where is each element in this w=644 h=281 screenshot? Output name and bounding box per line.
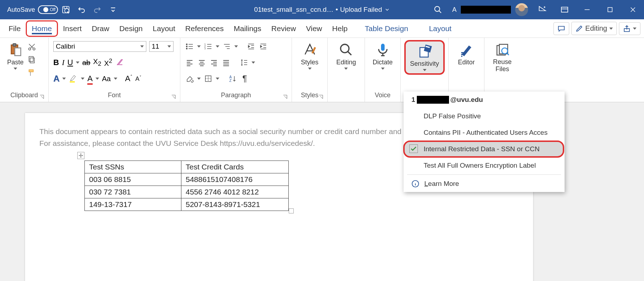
upload-status[interactable]: Upload Failed — [340, 6, 390, 14]
text-effects-button[interactable]: A — [53, 74, 59, 84]
highlight-button[interactable] — [69, 74, 78, 83]
align-right-icon[interactable] — [209, 58, 219, 67]
font-size-select[interactable]: 11 — [149, 41, 174, 52]
svg-rect-3 — [608, 8, 612, 12]
save-icon[interactable] — [61, 5, 71, 15]
tab-mailings[interactable]: Mailings — [229, 21, 266, 36]
format-painter-icon[interactable] — [27, 68, 36, 77]
table-move-handle-icon[interactable] — [77, 152, 84, 159]
paragraph-launcher-icon[interactable] — [282, 94, 288, 100]
tab-references[interactable]: References — [180, 21, 229, 36]
clipboard-launcher-icon[interactable] — [39, 94, 45, 100]
table-header[interactable]: Test Credit Cards — [181, 161, 289, 173]
svg-point-14 — [186, 46, 187, 47]
table-row: 030 72 73814556 2746 4012 8212 — [85, 186, 289, 198]
sensitivity-option[interactable]: Contains PII - Authenticated Users Acces — [404, 124, 565, 141]
maximize-button[interactable] — [602, 3, 618, 17]
table-row: Test SSNs Test Credit Cards — [85, 161, 289, 173]
borders-icon[interactable] — [204, 74, 213, 83]
minimize-button[interactable] — [579, 3, 595, 17]
tab-layout[interactable]: Layout — [148, 21, 180, 36]
sensitivity-option[interactable]: Test All Full Owners Encryption Label — [404, 157, 565, 174]
styles-launcher-icon[interactable] — [318, 94, 324, 100]
user-account[interactable]: A — [452, 3, 528, 16]
line-spacing-icon[interactable] — [239, 58, 249, 67]
tab-review[interactable]: Review — [266, 21, 301, 36]
justify-icon[interactable] — [221, 58, 231, 67]
data-table[interactable]: Test SSNs Test Credit Cards 003 06 88155… — [84, 161, 289, 211]
tab-insert[interactable]: Insert — [58, 21, 87, 36]
strikethrough-button[interactable]: ab — [82, 59, 90, 67]
editing-group-button[interactable]: Editing — [333, 40, 360, 72]
tab-design[interactable]: Design — [114, 21, 147, 36]
reuse-files-button[interactable]: Reuse Files — [488, 40, 517, 75]
cut-icon[interactable] — [27, 42, 36, 51]
font-name-select[interactable]: Calibri — [53, 41, 146, 52]
tab-home[interactable]: Home — [26, 20, 58, 37]
redo-icon[interactable] — [92, 5, 102, 15]
user-name-redacted — [461, 6, 511, 14]
change-case-button[interactable]: Aa — [102, 75, 111, 83]
superscript-button[interactable]: X2 — [104, 58, 112, 68]
check-icon — [409, 144, 418, 153]
increase-indent-icon[interactable] — [259, 42, 268, 51]
ribbon-tabs: File Home Insert Draw Design Layout Refe… — [0, 19, 644, 38]
numbering-icon[interactable]: 123 — [204, 42, 213, 51]
sensitivity-learn-more[interactable]: Learn More — [404, 176, 565, 192]
tab-draw[interactable]: Draw — [87, 21, 114, 36]
svg-point-15 — [186, 48, 187, 49]
search-icon[interactable] — [433, 5, 443, 15]
bold-button[interactable]: B — [53, 58, 59, 67]
svg-point-22 — [341, 44, 349, 53]
svg-rect-2 — [561, 7, 568, 12]
svg-rect-0 — [63, 6, 69, 13]
tab-view[interactable]: View — [301, 21, 327, 36]
close-button[interactable] — [625, 3, 641, 17]
avatar — [515, 3, 528, 16]
autosave-toggle[interactable]: AutoSave Off — [7, 5, 58, 14]
tab-help[interactable]: Help — [327, 21, 352, 36]
tab-table-design[interactable]: Table Design — [360, 21, 413, 36]
grow-font-button[interactable]: A˄ — [125, 74, 133, 83]
sensitivity-user-header: 1@uvu.edu — [404, 92, 565, 108]
sort-icon[interactable]: AZ — [228, 74, 237, 83]
sensitivity-option[interactable]: DLP False Positive — [404, 108, 565, 124]
document-name[interactable]: 01test_small_ssn_ccn.d… — [254, 6, 333, 14]
undo-icon[interactable] — [77, 5, 87, 15]
table-resize-handle-icon[interactable] — [289, 208, 294, 213]
svg-rect-11 — [29, 56, 33, 61]
bullets-icon[interactable] — [185, 42, 194, 51]
underline-button[interactable]: U — [67, 58, 73, 67]
copy-icon[interactable] — [27, 55, 36, 64]
shrink-font-button[interactable]: A˅ — [135, 75, 141, 83]
comments-button[interactable] — [553, 22, 569, 35]
font-launcher-icon[interactable] — [171, 94, 176, 100]
tab-table-layout[interactable]: Layout — [424, 21, 457, 36]
sensitivity-button[interactable]: Sensitivity — [404, 40, 445, 75]
table-header[interactable]: Test SSNs — [85, 161, 181, 173]
italic-button[interactable]: I — [62, 58, 64, 67]
paste-button[interactable]: Paste — [4, 40, 27, 72]
qat-dropdown-icon[interactable] — [108, 5, 118, 15]
dictate-button[interactable]: Dictate — [369, 40, 396, 72]
decrease-indent-icon[interactable] — [247, 42, 256, 51]
clear-format-icon[interactable] — [115, 58, 125, 67]
ribbon-display-icon[interactable] — [560, 5, 570, 15]
multilevel-icon[interactable] — [222, 42, 231, 51]
shading-icon[interactable] — [185, 74, 194, 83]
tab-file[interactable]: File — [4, 21, 26, 36]
sensitivity-option-selected[interactable]: Internal Restricted Data - SSN or CCN — [404, 141, 564, 157]
show-hide-icon[interactable]: ¶ — [240, 74, 249, 83]
subscript-button[interactable]: X2 — [93, 58, 101, 68]
share-button[interactable] — [619, 22, 640, 35]
font-color-button[interactable]: A — [87, 74, 93, 83]
editor-button[interactable]: Editor — [454, 40, 478, 68]
coming-soon-icon[interactable] — [537, 5, 547, 15]
autosave-label: AutoSave — [7, 6, 35, 14]
align-left-icon[interactable] — [185, 58, 194, 67]
align-center-icon[interactable] — [197, 58, 206, 67]
table-row: 003 06 88155488615107408176 — [85, 173, 289, 186]
styles-button[interactable]: Styles — [297, 40, 322, 72]
editing-mode-button[interactable]: Editing — [571, 22, 617, 35]
autosave-state: Off — [50, 7, 55, 12]
